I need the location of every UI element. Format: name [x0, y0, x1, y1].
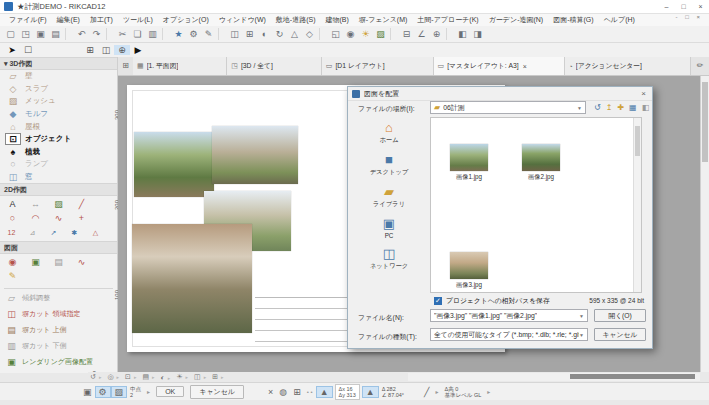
slope-tool-icon[interactable]: ⊿: [25, 226, 40, 239]
sep[interactable]: [446, 28, 453, 40]
pencil-icon[interactable]: ✏: [691, 57, 709, 75]
print-icon[interactable]: ▤: [48, 27, 63, 42]
dialog-cancel-button[interactable]: キャンセル: [594, 328, 646, 341]
triangle-anno-icon[interactable]: △: [88, 226, 103, 239]
menu-fence[interactable]: 塀-フェンス(M): [354, 15, 412, 25]
arrow-anno-icon[interactable]: ↗: [46, 226, 61, 239]
mirror-icon[interactable]: ◐: [257, 27, 272, 42]
tool-mesh[interactable]: ▨ メッシュ: [0, 95, 117, 108]
measure-icon[interactable]: ∠: [414, 27, 429, 42]
ok-button[interactable]: OK: [156, 386, 184, 397]
menu-process[interactable]: 加工(T): [85, 15, 118, 25]
copy-icon[interactable]: ❏: [130, 27, 145, 42]
tab-master-layout[interactable]: ▭ [マスタレイアウト: A3] ×: [434, 57, 565, 75]
wrench-icon[interactable]: ⚙: [95, 386, 111, 398]
filename-dropdown[interactable]: "画像3.jpg" "画像1.jpg" "画像2.jpg" ▼: [430, 309, 588, 322]
close-tracker-icon[interactable]: ×: [265, 387, 276, 397]
maximize-button[interactable]: □: [675, 1, 692, 13]
tab-layout-d1[interactable]: ▭ [D1 レイアウト]: [322, 57, 434, 75]
fill-tool-icon[interactable]: ▨: [50, 198, 67, 211]
settings-icon[interactable]: ⚙: [186, 27, 201, 42]
image-tool-icon[interactable]: ▣: [27, 256, 44, 269]
zoom-sel-icon[interactable]: ◎: [105, 373, 121, 381]
section-line-icon[interactable]: ∿: [73, 256, 90, 269]
vertical-scrollbar-thumb[interactable]: [702, 82, 708, 162]
favorites-icon[interactable]: ★: [171, 27, 186, 42]
section-header-zumen[interactable]: 図面: [0, 241, 117, 254]
library-icon[interactable]: ◧: [642, 103, 650, 112]
pet-palette-icon[interactable]: ⊞: [82, 45, 98, 55]
cut-icon[interactable]: ✂: [115, 27, 130, 42]
open-file-icon[interactable]: ◳: [18, 27, 33, 42]
move-icon[interactable]: ◇: [302, 27, 317, 42]
horizontal-scrollbar[interactable]: [400, 373, 700, 381]
cmd-render-image-place[interactable]: ▣ レンダリング画像配置: [0, 354, 117, 370]
expand-arrow-icon[interactable]: ▸: [484, 388, 493, 395]
camera-tool-icon[interactable]: ◉: [4, 256, 21, 269]
file-location-dropdown[interactable]: ▰ 06計測 ▼: [430, 101, 586, 114]
place-network[interactable]: ◫ ネットワーク: [354, 247, 424, 271]
place-pc[interactable]: ▣ PC: [354, 217, 424, 239]
marquee-tool-icon[interactable]: ☐: [20, 45, 36, 55]
mdi-window-controls[interactable]: - □ ×: [676, 14, 707, 20]
slash-tool-icon[interactable]: ╱: [421, 387, 432, 397]
cmd-slope-adjust[interactable]: ▱ 傾斜調整: [0, 290, 117, 306]
checkbox-checked-icon[interactable]: ✓: [434, 297, 442, 305]
globe-icon[interactable]: ◍: [276, 387, 290, 397]
tab-3d-all[interactable]: ◳ [3D / 全て]: [227, 57, 321, 75]
layout-print-icon[interactable]: ▤: [140, 373, 156, 381]
file-list[interactable]: 画像1.jpg 画像2.jpg 画像3.jpg: [430, 117, 642, 293]
tool-slab[interactable]: ◇ スラブ: [0, 83, 117, 96]
menu-file[interactable]: ファイル(F): [4, 15, 52, 25]
3d-view-icon[interactable]: ◱: [328, 27, 343, 42]
dialog-close-icon[interactable]: ×: [641, 89, 652, 98]
tool-lamp[interactable]: ○ ランプ: [0, 158, 117, 171]
line-tool-icon[interactable]: ╱: [73, 198, 90, 211]
fit-view-icon[interactable]: ⊡: [123, 373, 138, 381]
sep[interactable]: [65, 28, 72, 40]
tile-windows-icon[interactable]: ◧: [455, 27, 470, 42]
view-menu-icon[interactable]: ▦: [629, 103, 637, 112]
placed-image-garden[interactable]: [134, 132, 214, 197]
text-tool-icon[interactable]: A: [4, 198, 21, 211]
tab-floor-plan[interactable]: ▦ [1. 平面図]: [133, 57, 227, 75]
tool-window[interactable]: ◫ 窓: [0, 171, 117, 184]
new-file-icon[interactable]: ▢: [3, 27, 18, 42]
vertical-scrollbar[interactable]: [700, 76, 709, 372]
tool-plant[interactable]: ♠ 植栽: [0, 146, 117, 159]
new-folder-icon[interactable]: ✚: [617, 103, 624, 112]
rotate-icon[interactable]: ↻: [272, 27, 287, 42]
section-header-2d[interactable]: 2D作図: [0, 183, 117, 196]
up-folder-icon[interactable]: ↥: [606, 103, 613, 112]
tab-close-icon[interactable]: ×: [523, 63, 527, 70]
menu-tools[interactable]: ツール(L): [118, 15, 158, 25]
pen-icon[interactable]: ✎: [201, 27, 216, 42]
menu-approach[interactable]: 土間-アプローチ(K): [412, 15, 483, 25]
chart-icon[interactable]: ▨: [111, 386, 128, 398]
place-desktop[interactable]: ■ デスクトップ: [354, 153, 424, 177]
cmd-fence-cut-region[interactable]: ◫ 塀カット 領域指定: [0, 306, 117, 322]
file-item-image2[interactable]: 画像2.jpg: [511, 144, 571, 182]
cmd-fence-cut-upper[interactable]: ▤ 塀カット 上側: [0, 322, 117, 338]
redo-icon[interactable]: ↷: [89, 27, 104, 42]
sep[interactable]: [162, 28, 169, 40]
onion-skin-icon[interactable]: ◐: [159, 374, 173, 381]
menu-window[interactable]: ウィンドウ(W): [214, 15, 271, 25]
coordinate-xy-field[interactable]: Δx 16 Δy 313: [335, 384, 360, 400]
arc-tool-icon[interactable]: ◠: [27, 212, 44, 225]
expand-arrow-icon[interactable]: ▸: [432, 388, 441, 395]
leader-tool-icon[interactable]: 12: [4, 226, 19, 239]
menu-site-road[interactable]: 敷地-道路(S): [271, 15, 321, 25]
sun-icon[interactable]: ☀: [358, 27, 373, 42]
cursor-mode-icon[interactable]: ▶: [130, 45, 146, 55]
undo-icon[interactable]: ↶: [74, 27, 89, 42]
circle-tool-icon[interactable]: ○: [4, 212, 21, 225]
dimension-tool-icon[interactable]: ↔: [27, 198, 44, 211]
zoom-tool-icon[interactable]: ⊕: [429, 27, 444, 42]
filetype-dropdown[interactable]: 全ての使用可能なタイプ (*.bmp; *.dib; *.rle; *.gif;…: [430, 328, 588, 341]
place-home[interactable]: ⌂ ホーム: [354, 121, 424, 145]
save-icon[interactable]: ▣: [33, 27, 48, 42]
placed-image-terrace[interactable]: [132, 224, 252, 333]
snap-icon[interactable]: ⊕: [114, 45, 130, 55]
close-button[interactable]: ×: [692, 1, 709, 13]
